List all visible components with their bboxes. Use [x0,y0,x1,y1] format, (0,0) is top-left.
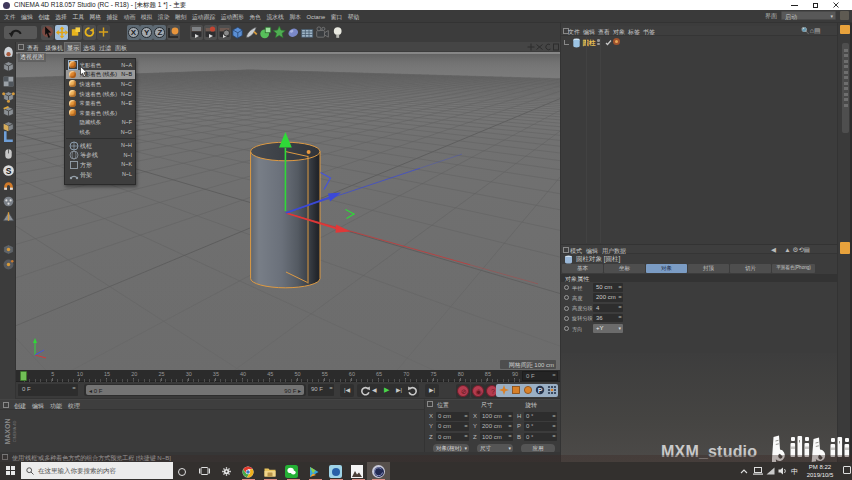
svg-text:S: S [5,166,11,176]
svg-text:P: P [538,387,543,394]
